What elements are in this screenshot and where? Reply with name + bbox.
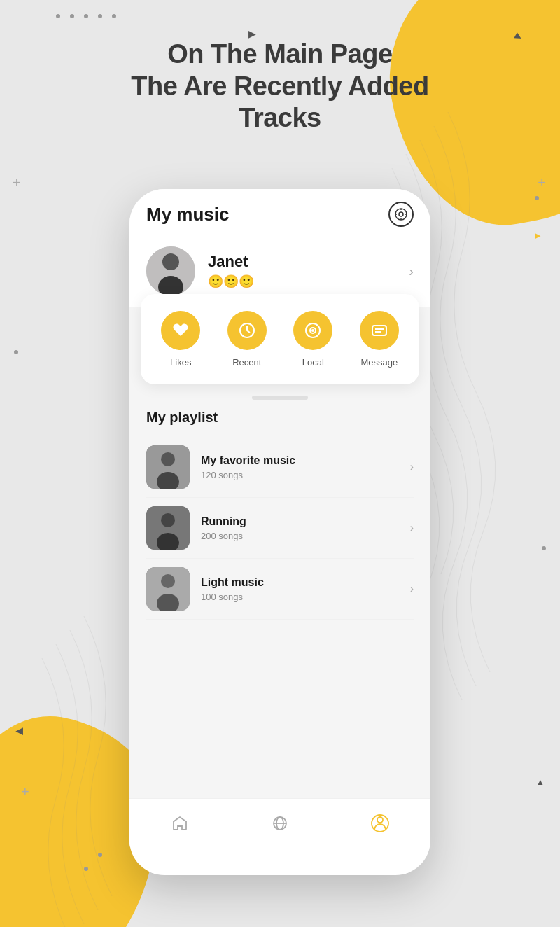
dot-4 <box>98 14 102 18</box>
svg-point-1 <box>399 212 403 216</box>
action-likes[interactable]: Likes <box>161 311 200 368</box>
dot-2 <box>70 14 74 18</box>
dot-1 <box>56 14 60 18</box>
likes-label: Likes <box>170 357 191 368</box>
playlist-arrow-3: › <box>410 583 414 595</box>
playlist-info-1: My favorite music 120 songs <box>201 454 399 480</box>
playlist-info-3: Light music 100 songs <box>201 576 399 602</box>
likes-icon <box>161 311 200 350</box>
bottom-nav <box>130 798 430 847</box>
section-title: My playlist <box>146 410 414 426</box>
triangle-bl: ▶ <box>15 727 23 738</box>
plus-right: + <box>538 175 546 191</box>
triangle-top: ▶ <box>248 28 256 39</box>
svg-point-23 <box>161 574 175 588</box>
playlist-thumb-3 <box>146 567 190 611</box>
triangle-mid-r: ▶ <box>535 231 540 240</box>
svg-point-0 <box>396 209 407 220</box>
dot-9 <box>84 867 88 871</box>
dot-8 <box>542 546 546 550</box>
thumb-svg-2 <box>146 506 190 550</box>
user-name: Janet <box>208 253 396 271</box>
playlist-section: My playlist My favorite music 120 songs … <box>130 410 430 620</box>
playlist-name-3: Light music <box>201 576 399 589</box>
playlist-thumb-1 <box>146 445 190 489</box>
dot-6 <box>14 350 18 354</box>
svg-point-20 <box>161 513 175 527</box>
phone-mockup: My music <box>130 189 430 875</box>
message-label: Message <box>360 357 398 368</box>
recent-label: Recent <box>232 357 261 368</box>
dot-3 <box>84 14 88 18</box>
thumb-svg-3 <box>146 567 190 611</box>
dot-7 <box>535 196 539 200</box>
phone-screen: My music <box>130 189 430 847</box>
local-icon <box>293 311 332 350</box>
user-emoji: 🙂🙂🙂 <box>208 274 396 289</box>
playlist-item-1[interactable]: My favorite music 120 songs › <box>146 437 414 498</box>
header-section: On The Main Page The Are Recently Added … <box>0 39 560 134</box>
settings-icon[interactable] <box>388 202 414 227</box>
plus-left: + <box>13 175 21 191</box>
playlist-item-3[interactable]: Light music 100 songs › <box>146 559 414 620</box>
app-title: My music <box>146 204 230 225</box>
action-message[interactable]: Message <box>360 311 399 368</box>
local-label: Local <box>302 357 324 368</box>
playlist-name-2: Running <box>201 515 399 528</box>
nav-explore[interactable] <box>262 806 298 841</box>
svg-point-17 <box>161 452 175 466</box>
nav-home[interactable] <box>162 806 197 841</box>
dot-10 <box>98 853 102 857</box>
message-icon <box>360 311 399 350</box>
action-local[interactable]: Local <box>293 311 332 368</box>
playlist-count-3: 100 songs <box>201 592 399 602</box>
action-recent[interactable]: Recent <box>227 311 267 368</box>
svg-rect-13 <box>372 326 386 335</box>
avatar <box>146 246 195 295</box>
playlist-thumb-2 <box>146 506 190 550</box>
filter-bar-container <box>130 396 430 410</box>
playlist-info-2: Running 200 songs <box>201 515 399 541</box>
thumb-svg-1 <box>146 445 190 489</box>
triangle-br: ▲ <box>536 777 545 787</box>
playlist-arrow-2: › <box>410 522 414 534</box>
header-title: On The Main Page The Are Recently Added … <box>0 39 560 134</box>
playlist-count-2: 200 songs <box>201 531 399 541</box>
app-header: My music <box>130 189 430 235</box>
svg-point-12 <box>312 330 314 331</box>
dot-5 <box>112 14 116 18</box>
svg-point-7 <box>162 253 179 270</box>
recent-icon <box>227 311 267 350</box>
quick-actions-card: Likes Recent <box>141 294 419 384</box>
playlist-item-2[interactable]: Running 200 songs › <box>146 498 414 559</box>
nav-profile[interactable] <box>363 806 398 841</box>
filter-bar <box>252 396 308 400</box>
avatar-svg <box>146 246 195 295</box>
playlist-arrow-1: › <box>410 461 414 473</box>
svg-point-28 <box>377 817 383 823</box>
user-arrow[interactable]: › <box>409 263 414 279</box>
user-info: Janet 🙂🙂🙂 <box>208 253 396 289</box>
playlist-count-1: 120 songs <box>201 470 399 480</box>
plus-bottom: + <box>21 784 29 800</box>
playlist-name-1: My favorite music <box>201 454 399 467</box>
